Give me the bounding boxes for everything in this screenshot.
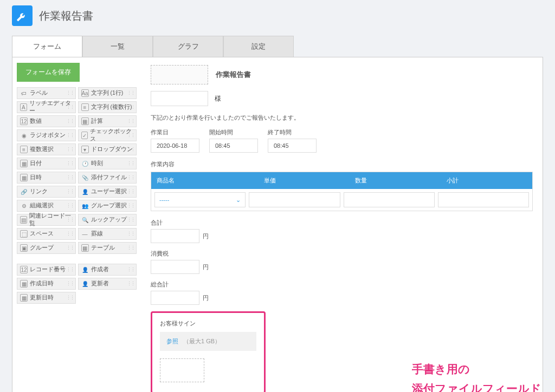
grand-input[interactable] bbox=[151, 291, 199, 305]
check-icon: ✓ bbox=[81, 132, 88, 139]
col-price: 単価 bbox=[259, 172, 350, 189]
end-time-label: 終了時間 bbox=[268, 128, 317, 136]
rel-icon: ▤ bbox=[20, 216, 27, 224]
field-updater[interactable]: 👤更新者 bbox=[78, 278, 137, 290]
field-utime[interactable]: ▦更新日時 bbox=[17, 292, 76, 304]
link-icon: 🔗 bbox=[20, 188, 28, 195]
doc-title: 作業報告書 bbox=[216, 70, 251, 80]
field-group[interactable]: 👥グループ選択 bbox=[78, 200, 137, 212]
form-canvas: 作業報告書 様 下記のとおり作業を行いましたのでご報告いたします。 作業日 20… bbox=[141, 57, 543, 392]
work-date-input[interactable]: 2020-06-18 bbox=[151, 139, 199, 153]
field-table[interactable]: ▦テーブル bbox=[78, 242, 137, 254]
clock-icon: 🕐 bbox=[81, 160, 89, 167]
qty-input[interactable] bbox=[344, 192, 435, 207]
field-creator[interactable]: 👤作成者 bbox=[78, 264, 137, 276]
field-ctime[interactable]: ▦作成日時 bbox=[17, 278, 76, 290]
app-icon bbox=[12, 5, 33, 26]
start-time-input[interactable]: 08:45 bbox=[209, 139, 258, 153]
user-icon: 👤 bbox=[81, 188, 89, 195]
cal-icon: ▦ bbox=[20, 280, 28, 288]
tab-list[interactable]: 一覧 bbox=[82, 36, 153, 57]
yen-unit: 円 bbox=[203, 232, 209, 240]
start-time-label: 開始時間 bbox=[209, 128, 258, 136]
field-space[interactable]: ⬚スペース bbox=[17, 228, 76, 240]
lines-icon: ≡ bbox=[81, 103, 89, 111]
description-text: 下記のとおり作業を行いましたのでご報告いたします。 bbox=[151, 114, 533, 122]
product-select[interactable]: ----- bbox=[154, 192, 246, 207]
end-time-input[interactable]: 08:45 bbox=[268, 139, 317, 153]
num-icon: 12 bbox=[20, 266, 28, 273]
field-number[interactable]: 12数値 bbox=[17, 115, 76, 127]
grp-icon: ▣ bbox=[20, 244, 28, 252]
field-date[interactable]: ▦日付 bbox=[17, 158, 76, 169]
cal-icon: ▦ bbox=[20, 294, 28, 302]
save-form-button[interactable]: フォームを保存 bbox=[17, 63, 80, 82]
file-upload[interactable]: 参照 （最大1 GB） bbox=[160, 332, 256, 351]
app-title: 作業報告書 bbox=[39, 9, 93, 23]
field-text-single[interactable]: Aa文字列 (1行) bbox=[78, 87, 137, 99]
yen-unit: 円 bbox=[203, 263, 209, 271]
hr-icon: — bbox=[81, 230, 89, 238]
field-rich[interactable]: Aリッチエディター bbox=[17, 101, 76, 113]
field-attachment[interactable]: 📎添付ファイル bbox=[78, 172, 137, 184]
field-org[interactable]: ⚙組織選択 bbox=[17, 200, 76, 212]
work-content-label: 作業内容 bbox=[151, 160, 533, 168]
highlight-box: お客様サイン 参照 （最大1 GB） bbox=[151, 311, 266, 392]
col-product: 商品名 bbox=[151, 172, 259, 189]
user-icon: 👤 bbox=[81, 280, 89, 288]
field-user[interactable]: 👤ユーザー選択 bbox=[78, 186, 137, 198]
clip-icon: 📎 bbox=[81, 174, 89, 181]
field-text-multi[interactable]: ≡文字列 (複数行) bbox=[78, 101, 137, 113]
user-icon: 👤 bbox=[81, 266, 89, 273]
tab-form[interactable]: フォーム bbox=[12, 36, 82, 57]
field-multiselect[interactable]: ≡複数選択 bbox=[17, 143, 76, 155]
field-time[interactable]: 🕐時刻 bbox=[78, 158, 137, 169]
space-field[interactable] bbox=[160, 358, 204, 382]
a-icon: A bbox=[20, 103, 27, 111]
customer-name-input[interactable] bbox=[151, 91, 208, 106]
text-icon: Aa bbox=[81, 89, 89, 97]
field-related[interactable]: ▤関連レコード一覧 bbox=[17, 214, 76, 226]
cal-icon: ▦ bbox=[20, 160, 28, 167]
radio-icon: ◉ bbox=[20, 132, 28, 139]
col-qty: 数量 bbox=[350, 172, 441, 189]
field-recordno[interactable]: 12レコード番号 bbox=[17, 264, 76, 276]
calc-icon: ▦ bbox=[81, 117, 89, 125]
grand-label: 総合計 bbox=[151, 280, 533, 289]
field-lookup[interactable]: 🔍ルックアップ bbox=[78, 214, 137, 226]
sidebar: フォームを保存 🏷ラベル Aa文字列 (1行) Aリッチエディター ≡文字列 (… bbox=[12, 57, 141, 392]
work-table: 商品名 単価 数量 小計 ----- bbox=[151, 172, 533, 211]
field-label[interactable]: 🏷ラベル bbox=[17, 87, 76, 99]
subtotal-input[interactable] bbox=[438, 192, 529, 207]
title-placeholder[interactable] bbox=[151, 65, 208, 84]
tag-icon: 🏷 bbox=[20, 89, 28, 97]
tab-graph[interactable]: グラフ bbox=[153, 36, 223, 57]
search-icon: 🔍 bbox=[81, 216, 89, 224]
work-date-label: 作業日 bbox=[151, 128, 199, 136]
field-hr[interactable]: —罫線 bbox=[78, 228, 137, 240]
price-input[interactable] bbox=[249, 192, 340, 207]
field-group2[interactable]: ▣グループ bbox=[17, 242, 76, 254]
tax-label: 消費税 bbox=[151, 250, 533, 258]
total-label: 合計 bbox=[151, 219, 533, 227]
yen-unit: 円 bbox=[203, 294, 209, 302]
field-calc[interactable]: ▦計算 bbox=[78, 115, 137, 127]
drop-icon: ▾ bbox=[81, 146, 89, 153]
tab-settings[interactable]: 設定 bbox=[223, 36, 294, 57]
field-radio[interactable]: ◉ラジオボタン bbox=[17, 129, 76, 141]
file-hint: （最大1 GB） bbox=[183, 338, 221, 344]
col-subtotal: 小計 bbox=[441, 172, 532, 189]
browse-link[interactable]: 参照 bbox=[166, 338, 178, 344]
field-checkbox[interactable]: ✓チェックボックス bbox=[78, 129, 137, 141]
total-input[interactable] bbox=[151, 229, 199, 243]
sama-label: 様 bbox=[215, 94, 221, 103]
list-icon: ≡ bbox=[20, 146, 28, 153]
tax-input[interactable] bbox=[151, 260, 199, 274]
group-icon: 👥 bbox=[81, 202, 89, 210]
num-icon: 12 bbox=[20, 117, 28, 125]
annotation-text: 手書き用の 添付ファイルフィールドと スペースフィールドを設定 bbox=[412, 360, 543, 392]
field-dropdown[interactable]: ▾ドロップダウン bbox=[78, 143, 137, 155]
org-icon: ⚙ bbox=[20, 202, 28, 210]
field-datetime[interactable]: ▦日時 bbox=[17, 172, 76, 184]
field-link[interactable]: 🔗リンク bbox=[17, 186, 76, 198]
